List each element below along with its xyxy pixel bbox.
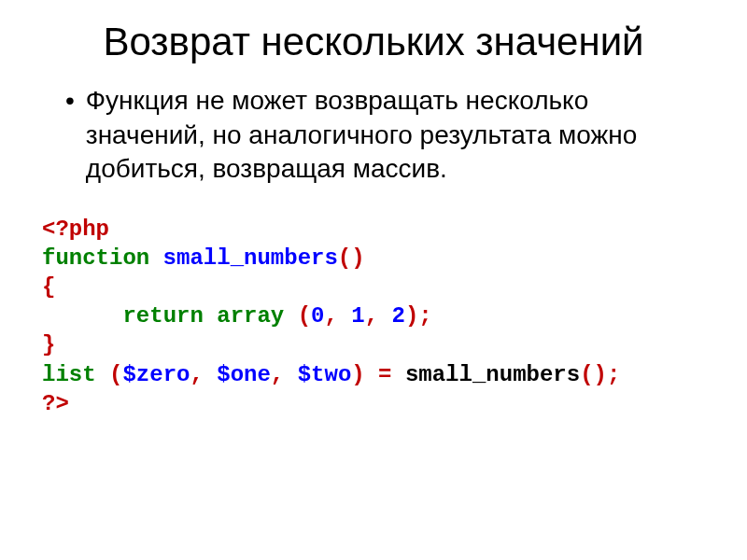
semicolon: ; [607,362,620,387]
bullet-section: • Функция не может возвращать несколько … [65,84,710,186]
space [365,362,378,387]
number-literal: 2 [392,303,405,329]
space [284,362,297,387]
function-call: small_numbers [405,362,580,387]
paren: () [580,362,607,387]
comma: , [190,362,203,387]
slide-title: Возврат нескольких значений [37,19,710,65]
bullet-text: Функция не может возвращать несколько зн… [86,84,710,186]
function-name: small_numbers [149,245,338,271]
brace-close: } [42,332,55,357]
keyword-list: list [42,362,96,387]
paren-close: ) [351,362,364,387]
brace-open: { [42,274,55,300]
indent [42,303,122,329]
paren: () [338,245,365,271]
paren-open: ( [298,303,311,329]
space [204,362,217,387]
semicolon: ; [418,303,431,329]
variable: $zero [122,362,190,387]
equals: = [378,362,391,387]
space [96,362,109,387]
number-literal: 1 [351,303,364,329]
space [338,303,351,329]
space [284,303,297,329]
comma: , [324,303,337,329]
bullet-item: • Функция не может возвращать несколько … [65,84,710,186]
keyword-function: function [42,245,149,271]
comma: , [365,303,378,329]
code-block: <?php function small_numbers() { return … [42,215,710,418]
bullet-marker: • [65,84,75,118]
keyword-array: array [217,303,284,329]
number-literal: 0 [311,303,324,329]
php-open-tag: <?php [42,217,109,242]
paren-open: ( [109,362,122,387]
keyword-return: return [122,303,203,329]
space [204,303,217,329]
variable: $one [217,362,271,387]
space [392,362,405,387]
comma: , [271,362,284,387]
space [378,303,391,329]
variable: $two [298,362,352,387]
php-close-tag: ?> [42,391,69,416]
paren-close: ) [405,303,418,329]
